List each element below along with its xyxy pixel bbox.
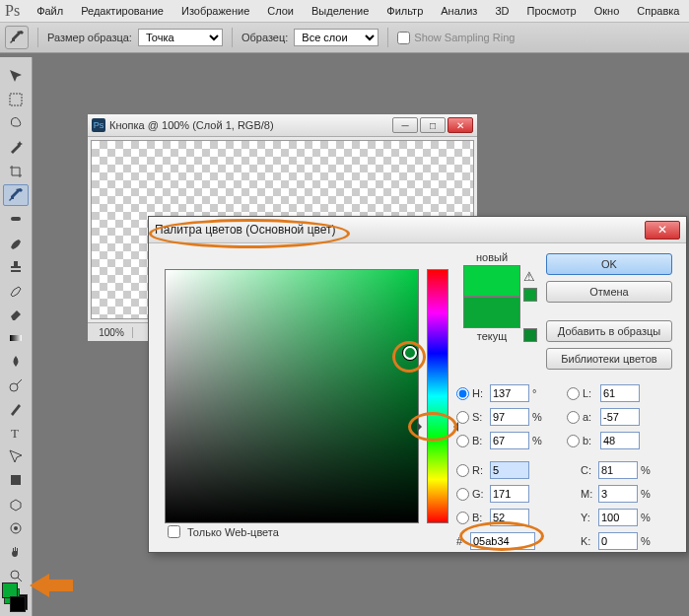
- zoom-level[interactable]: 100%: [91, 327, 133, 338]
- m-input[interactable]: [598, 485, 638, 503]
- menu-3d[interactable]: 3D: [486, 3, 517, 19]
- blur-tool[interactable]: [3, 351, 29, 373]
- 3d-tool[interactable]: [3, 494, 29, 515]
- menu-layers[interactable]: Слои: [258, 3, 303, 19]
- s-input[interactable]: [490, 408, 529, 426]
- eraser-tool[interactable]: [3, 303, 29, 324]
- lasso-tool[interactable]: [3, 112, 29, 134]
- eyedropper-tool[interactable]: [3, 184, 29, 206]
- b-input[interactable]: [600, 432, 640, 449]
- wand-tool[interactable]: [3, 136, 29, 158]
- color-picker-close-button[interactable]: ✕: [645, 221, 680, 240]
- path-tool[interactable]: [3, 445, 29, 467]
- ps-doc-icon: Ps: [92, 118, 105, 132]
- h-radio[interactable]: [456, 387, 469, 400]
- color-field[interactable]: [165, 269, 419, 523]
- sample-source-select[interactable]: Все слои: [294, 29, 379, 46]
- color-picker-title: Палитра цветов (Основной цвет): [155, 223, 336, 237]
- menu-view[interactable]: Просмотр: [517, 3, 585, 19]
- svg-point-3: [10, 383, 18, 391]
- bb-input[interactable]: [490, 509, 529, 526]
- bv-radio[interactable]: [456, 435, 469, 447]
- r-radio[interactable]: [456, 464, 469, 477]
- heal-tool[interactable]: [3, 208, 29, 230]
- shape-tool[interactable]: [3, 469, 29, 491]
- hand-tool[interactable]: [3, 541, 29, 563]
- crop-tool[interactable]: [3, 161, 29, 182]
- y-input[interactable]: [598, 509, 638, 526]
- document-titlebar[interactable]: Ps Кнопка @ 100% (Слой 1, RGB/8) ─ □ ✕: [88, 114, 477, 137]
- doc-minimize-button[interactable]: ─: [392, 117, 418, 133]
- dodge-tool[interactable]: [3, 375, 29, 396]
- pen-tool[interactable]: [3, 398, 29, 420]
- type-tool[interactable]: T: [3, 422, 29, 444]
- doc-close-button[interactable]: ✕: [448, 117, 473, 133]
- color-libraries-button[interactable]: Библиотеки цветов: [546, 348, 672, 370]
- current-color-swatch[interactable]: [463, 297, 520, 328]
- menu-select[interactable]: Выделение: [303, 3, 378, 19]
- current-tool-icon[interactable]: [5, 26, 29, 49]
- g-radio[interactable]: [456, 488, 469, 501]
- bb-radio[interactable]: [456, 512, 469, 524]
- tool-panel: T: [0, 57, 33, 616]
- g-label: G:: [472, 488, 490, 500]
- menu-edit[interactable]: Редактирование: [72, 3, 172, 19]
- gamut-warning-icon[interactable]: ⚠: [523, 269, 535, 284]
- brush-tool[interactable]: [3, 232, 29, 253]
- s-label: S:: [472, 411, 490, 423]
- gamut-color-box[interactable]: [523, 288, 537, 302]
- s-radio[interactable]: [456, 411, 469, 424]
- s-unit: %: [532, 411, 550, 423]
- y-unit: %: [641, 512, 658, 523]
- a-input[interactable]: [600, 408, 640, 426]
- l-input[interactable]: [600, 384, 640, 402]
- websafe-color-box[interactable]: [523, 328, 537, 342]
- b-radio[interactable]: [567, 435, 580, 447]
- app-logo: Ps: [5, 2, 20, 20]
- bb-label: B:: [472, 512, 490, 523]
- bv-input[interactable]: [490, 432, 529, 449]
- annotation-arrow-icon: [30, 574, 73, 597]
- color-picker-titlebar[interactable]: Палитра цветов (Основной цвет) ✕: [149, 217, 686, 243]
- menu-help[interactable]: Справка: [628, 3, 688, 19]
- sample-size-select[interactable]: Точка: [138, 29, 223, 46]
- menu-window[interactable]: Окно: [586, 3, 629, 19]
- ok-button[interactable]: OK: [546, 253, 672, 275]
- new-color-swatch[interactable]: [463, 265, 520, 297]
- k-unit: %: [641, 535, 658, 547]
- add-swatch-button[interactable]: Добавить в образцы: [546, 320, 672, 342]
- l-radio[interactable]: [567, 387, 580, 400]
- history-brush-tool[interactable]: [3, 279, 29, 301]
- show-sampling-ring-checkbox[interactable]: [397, 32, 410, 44]
- web-colors-checkbox[interactable]: [168, 525, 180, 538]
- cancel-button[interactable]: Отмена: [546, 281, 672, 303]
- menu-image[interactable]: Изображение: [172, 3, 258, 19]
- h-unit: °: [532, 387, 550, 399]
- b-label: b:: [583, 435, 600, 446]
- c-input[interactable]: [598, 461, 638, 479]
- menu-analysis[interactable]: Анализ: [432, 3, 486, 19]
- hex-input[interactable]: [470, 532, 535, 550]
- current-color-label: текущ: [456, 330, 527, 342]
- m-label: M:: [581, 488, 598, 500]
- move-tool[interactable]: [3, 65, 29, 87]
- doc-maximize-button[interactable]: □: [420, 117, 446, 133]
- k-input[interactable]: [598, 532, 638, 550]
- a-radio[interactable]: [567, 411, 580, 424]
- c-unit: %: [641, 464, 658, 476]
- color-field-cursor[interactable]: [403, 346, 417, 360]
- 3d-camera-tool[interactable]: [3, 517, 29, 539]
- options-bar: Размер образца: Точка Образец: Все слои …: [0, 22, 689, 53]
- g-input[interactable]: [490, 485, 529, 503]
- r-label: R:: [472, 464, 490, 476]
- svg-point-8: [11, 571, 19, 579]
- background-color-preview[interactable]: [10, 596, 26, 612]
- marquee-tool[interactable]: [3, 89, 29, 110]
- h-input[interactable]: [490, 384, 529, 402]
- gradient-tool[interactable]: [3, 327, 29, 349]
- hue-slider[interactable]: [427, 269, 448, 523]
- stamp-tool[interactable]: [3, 255, 29, 277]
- menu-file[interactable]: Файл: [28, 3, 72, 19]
- menu-filter[interactable]: Фильтр: [378, 3, 432, 19]
- r-input[interactable]: [490, 461, 529, 479]
